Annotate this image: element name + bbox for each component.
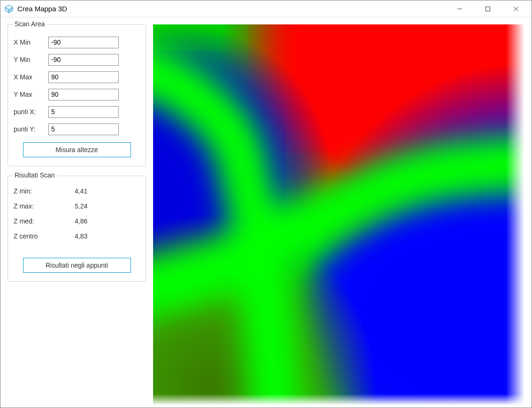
- punti-x-input[interactable]: [48, 106, 119, 118]
- svg-rect-4: [486, 7, 490, 11]
- x-min-row: X Min: [14, 35, 140, 50]
- window-controls: [453, 3, 528, 15]
- z-med-row: Z med: 4,86: [14, 214, 140, 229]
- z-min-value: 4,41: [75, 187, 87, 195]
- heightmap-view: [153, 24, 524, 405]
- close-button[interactable]: [509, 3, 523, 15]
- z-max-row: Z max: 5,24: [14, 199, 140, 214]
- y-min-input[interactable]: [48, 54, 119, 66]
- z-max-value: 5,24: [75, 202, 87, 210]
- z-max-label: Z max:: [14, 202, 75, 210]
- punti-y-label: punti Y:: [14, 125, 48, 133]
- y-max-label: Y Max: [14, 91, 48, 98]
- svg-rect-16: [153, 24, 524, 405]
- z-centro-label: Z centro: [14, 232, 75, 240]
- x-min-input[interactable]: [48, 37, 119, 48]
- maximize-button[interactable]: [481, 3, 495, 15]
- x-max-input[interactable]: [48, 71, 119, 83]
- y-max-input[interactable]: [48, 89, 119, 100]
- z-centro-row: Z centro 4,83: [14, 229, 140, 244]
- z-med-label: Z med:: [14, 217, 75, 225]
- window-title: Crea Mappa 3D: [17, 5, 453, 13]
- z-centro-value: 4,83: [75, 232, 87, 240]
- y-min-label: Y Min: [14, 56, 48, 63]
- punti-y-input[interactable]: [48, 123, 119, 135]
- scan-area-legend: Scan Area: [13, 20, 47, 28]
- minimize-button[interactable]: [453, 3, 467, 15]
- content-area: Scan Area X Min Y Min X Max Y Max: [0, 17, 532, 408]
- app-window: Crea Mappa 3D Scan Area X Min Y Mi: [0, 0, 532, 408]
- y-min-row: Y Min: [14, 52, 140, 67]
- measure-heights-button[interactable]: Misura altezze: [23, 142, 131, 157]
- y-max-row: Y Max: [14, 87, 140, 102]
- z-min-label: Z min:: [14, 187, 75, 195]
- x-min-label: X Min: [14, 38, 48, 46]
- results-group: Risultati Scan Z min: 4,41 Z max: 5,24 Z…: [8, 176, 146, 282]
- left-panel: Scan Area X Min Y Min X Max Y Max: [8, 24, 146, 405]
- x-max-label: X Max: [14, 73, 48, 81]
- titlebar: Crea Mappa 3D: [0, 0, 532, 17]
- z-med-value: 4,86: [75, 217, 87, 225]
- app-icon: [4, 4, 14, 14]
- results-legend: Risultati Scan: [13, 171, 57, 179]
- punti-x-label: punti X:: [14, 108, 48, 115]
- copy-results-button[interactable]: Risultati negli appunti: [23, 258, 131, 273]
- scan-area-group: Scan Area X Min Y Min X Max Y Max: [8, 24, 146, 166]
- z-min-row: Z min: 4,41: [14, 184, 140, 199]
- punti-x-row: punti X:: [14, 104, 140, 119]
- punti-y-row: punti Y:: [14, 122, 140, 137]
- x-max-row: X Max: [14, 69, 140, 85]
